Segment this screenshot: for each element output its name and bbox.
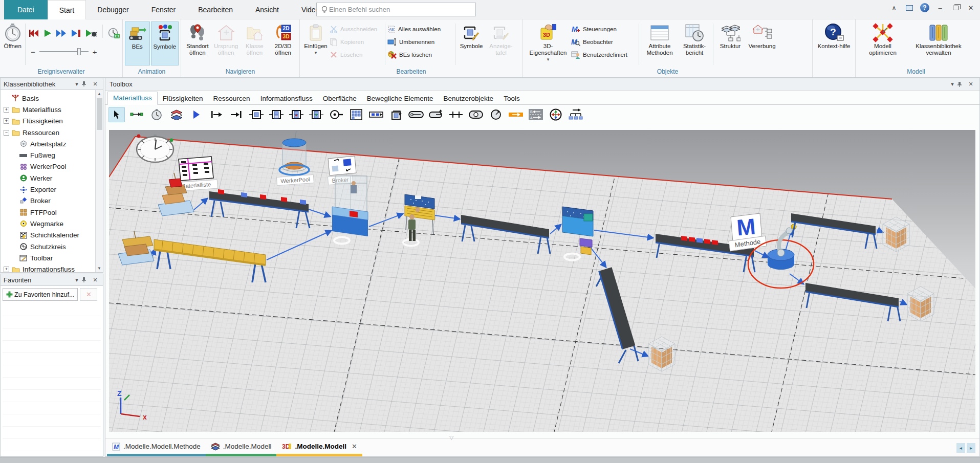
- tree-item-ftfpool[interactable]: FTFPool: [4, 207, 103, 218]
- user-defined-button[interactable]: Benutzerdefiniert: [571, 48, 637, 61]
- toolbox-tab-fluessigkeiten[interactable]: Flüssigkeiten: [158, 93, 208, 105]
- close-button[interactable]: ✕: [965, 2, 977, 13]
- scroll-down-icon[interactable]: ▼: [96, 264, 103, 272]
- tree-item-toolbar[interactable]: Toolbar: [4, 252, 103, 263]
- simulation-speed-slider[interactable]: − +: [28, 44, 120, 59]
- tree-item-arbeitsplatz[interactable]: Arbeitsplatz: [4, 138, 103, 149]
- dismantle-station-tool[interactable]: [308, 107, 324, 122]
- assembly-station-tool[interactable]: [288, 107, 304, 122]
- tree-item-fluessigkeiten[interactable]: +Flüssigkeiten: [4, 116, 103, 127]
- tab-scroll-left-icon[interactable]: ◂: [956, 443, 965, 453]
- search-input[interactable]: [328, 5, 471, 14]
- animate-symbols-button[interactable]: Symbole: [151, 21, 179, 65]
- transport-cage-2[interactable]: [907, 286, 934, 321]
- minimize-button[interactable]: –: [934, 2, 946, 13]
- optimize-model-button[interactable]: Modell optimieren: [863, 21, 903, 65]
- tab-close-icon[interactable]: ✕: [352, 443, 357, 450]
- station-tool[interactable]: [248, 107, 265, 122]
- class-library-pin-icon[interactable]: [81, 81, 91, 87]
- toolbox-pin-icon[interactable]: [957, 81, 966, 87]
- 3d-model-viewport[interactable]: Materialliste WerkerPool: [109, 130, 975, 432]
- select-all-button[interactable]: AB Alles auswählen: [387, 23, 453, 35]
- toolbox-close-icon[interactable]: ✕: [966, 81, 975, 87]
- track-cross-tool[interactable]: [448, 107, 464, 122]
- slider-plus-label[interactable]: +: [93, 48, 97, 56]
- place-buffer-tool[interactable]: [348, 107, 364, 122]
- statistics-report-button[interactable]: Statistik-bericht: [678, 21, 711, 65]
- fast-forward-icon[interactable]: [55, 29, 68, 38]
- toolbox-tab-ressourcen[interactable]: Ressourcen: [208, 93, 255, 105]
- crossing-tool[interactable]: [548, 107, 564, 122]
- 3d-properties-dropdown-icon[interactable]: ▾: [547, 57, 550, 62]
- menu-tab-start[interactable]: Start: [48, 0, 86, 19]
- manage-class-library-button[interactable]: Klassenbibliothek verwalten: [908, 21, 969, 65]
- tree-item-exporter[interactable]: Exporter: [4, 184, 103, 195]
- attribute-methods-button[interactable]: Attribute Methoden: [641, 21, 678, 65]
- doc-tab-modell-2d[interactable]: .Modelle.Modell: [206, 439, 277, 456]
- class-library-dropdown-icon[interactable]: ▾: [72, 81, 81, 87]
- menu-tab-bearbeiten[interactable]: Bearbeiten: [187, 0, 244, 19]
- interface-tool[interactable]: [168, 107, 185, 122]
- tree-scrollbar[interactable]: ▲ ▼: [95, 90, 103, 272]
- tree-item-werker[interactable]: Werker: [4, 172, 103, 184]
- tab-scroll-right-icon[interactable]: ▸: [967, 443, 975, 453]
- tabbar-collapse-icon[interactable]: ▽: [449, 434, 453, 441]
- toolbox-tab-bewegliche-elemente[interactable]: Bewegliche Elemente: [362, 93, 439, 105]
- doc-tab-methode[interactable]: M .Modelle.Modell.Methode: [107, 439, 206, 456]
- 3d-properties-button[interactable]: 3D 3D-Eigenschaften ▾: [525, 21, 571, 65]
- class-library-tree[interactable]: Basis +Materialfluss +Flüssigkeiten −Res…: [0, 90, 103, 273]
- tree-item-werkerpool[interactable]: WerkerPool: [4, 161, 103, 172]
- cycle-clock-tool[interactable]: [488, 107, 504, 122]
- open-eventcontroller-button[interactable]: Öffnen: [2, 21, 23, 65]
- restore-button[interactable]: [949, 2, 962, 13]
- start-simulation-icon[interactable]: [43, 29, 52, 38]
- slider-minus-label[interactable]: −: [31, 48, 35, 56]
- factory-floor[interactable]: [109, 130, 975, 432]
- line-tool[interactable]: [368, 107, 384, 122]
- doc-tab-modell-3d-active[interactable]: 3D .Modelle.Modell ✕: [276, 439, 362, 456]
- tree-item-schutzkreis[interactable]: Schutzkreis: [4, 241, 103, 252]
- cycle-station-tool[interactable]: [388, 107, 404, 122]
- paste-button[interactable]: Einfügen ▾: [302, 21, 330, 65]
- paste-dropdown-icon[interactable]: ▾: [315, 50, 317, 55]
- open-location-button[interactable]: Standort öffnen: [183, 21, 212, 65]
- command-search-box[interactable]: [316, 3, 476, 16]
- controls-button[interactable]: M Steuerungen: [571, 23, 637, 35]
- expander-minus-icon[interactable]: −: [4, 130, 9, 136]
- delete-bes-button[interactable]: BEs löschen: [387, 48, 453, 61]
- flow-control-tool[interactable]: [568, 107, 584, 122]
- turnplate-tool[interactable]: [428, 107, 444, 122]
- add-to-favorites-button[interactable]: Zu Favoriten hinzuf...: [3, 288, 78, 301]
- structure-button[interactable]: Struktur: [715, 21, 745, 65]
- tree-item-broker[interactable]: Broker: [4, 195, 103, 207]
- drain-tool[interactable]: [228, 107, 245, 122]
- turntable-tool[interactable]: [468, 107, 484, 122]
- trigger-tool[interactable]: [188, 107, 205, 122]
- tree-item-materialfluss[interactable]: +Materialfluss: [4, 104, 103, 115]
- observers-button[interactable]: M Beobachter: [571, 35, 637, 48]
- menu-tab-fenster[interactable]: Fenster: [140, 0, 187, 19]
- transport-cage-3[interactable]: [648, 337, 675, 371]
- context-help-button[interactable]: ? Kontext-hilfe: [817, 21, 851, 65]
- tree-item-informationsfluss[interactable]: +Informationsfluss: [4, 263, 103, 273]
- menu-tab-datei[interactable]: Datei: [4, 0, 48, 19]
- toolbox-tab-materialfluss[interactable]: Materialfluss: [107, 92, 158, 105]
- scrollbar-thumb[interactable]: [97, 98, 102, 130]
- animate-bes-button[interactable]: BEs: [125, 21, 150, 65]
- help-icon[interactable]: ?: [919, 2, 931, 13]
- debug-run-icon[interactable]: [85, 29, 97, 38]
- reset-run-icon[interactable]: [29, 29, 40, 38]
- select-pointer-tool[interactable]: [108, 107, 125, 122]
- menu-tab-debugger[interactable]: Debugger: [86, 0, 140, 19]
- event-controller-tool[interactable]: [148, 107, 165, 122]
- inheritance-button[interactable]: Vererbung: [745, 21, 779, 65]
- transport-cage-1[interactable]: [883, 217, 909, 252]
- favorites-dropdown-icon[interactable]: ▾: [72, 277, 81, 283]
- two-lane-track-tool[interactable]: BA: [528, 107, 544, 122]
- dock-window-icon[interactable]: [903, 2, 916, 13]
- scroll-up-icon[interactable]: ▲: [96, 90, 103, 98]
- toolbox-tab-oberflaeche[interactable]: Oberfläche: [318, 93, 362, 105]
- slider-track[interactable]: [39, 48, 89, 55]
- expander-plus-icon[interactable]: +: [4, 267, 9, 272]
- favorites-pin-icon[interactable]: [81, 277, 91, 283]
